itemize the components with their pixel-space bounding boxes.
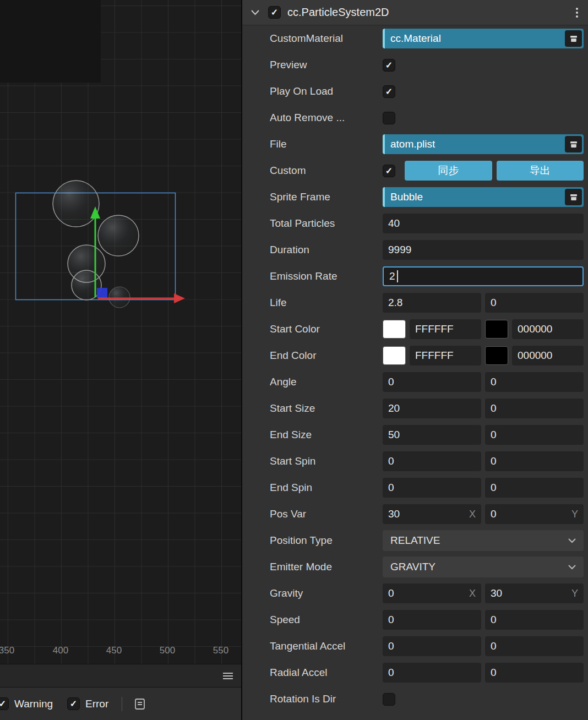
start-spin-variance-input[interactable]	[491, 455, 578, 467]
kebab-menu-icon[interactable]	[576, 8, 578, 18]
console-statusbar: ✓ Warning ✓ Error	[0, 687, 241, 720]
tangential-accel-input[interactable]	[388, 640, 476, 652]
row-duration: Duration	[242, 237, 588, 263]
bubble-sprite[interactable]	[53, 181, 99, 227]
gravity-y-input[interactable]	[491, 587, 568, 599]
field-label: Start Color	[270, 323, 383, 335]
emission-rate-input[interactable]	[389, 270, 397, 282]
emission-rate-field-focused[interactable]	[383, 266, 584, 286]
pos-var-x-input[interactable]	[388, 508, 466, 520]
ruler-label: 500	[155, 645, 179, 656]
angle-variance-input[interactable]	[491, 376, 578, 388]
custom-checkbox[interactable]: ✓	[383, 165, 395, 177]
field-label: Emission Rate	[270, 270, 383, 282]
ruler-label: 550	[209, 645, 233, 656]
radial-accel-input[interactable]	[388, 667, 476, 679]
emitter-mode-select[interactable]: GRAVITY	[383, 557, 584, 577]
tangential-accel-variance-input[interactable]	[491, 640, 578, 652]
field-label: Position Type	[270, 534, 383, 547]
start-spin-input[interactable]	[388, 455, 476, 467]
field-label: Play On Load	[270, 85, 383, 97]
start-size-variance-input[interactable]	[491, 402, 578, 414]
gizmo-plane-handle[interactable]	[97, 288, 107, 298]
field-label: End Spin	[270, 482, 383, 494]
angle-input[interactable]	[388, 376, 476, 388]
row-start-color: Start Color	[242, 316, 588, 342]
field-label: CustomMaterial	[270, 32, 383, 45]
row-life: Life	[242, 290, 588, 316]
row-auto-remove: Auto Remove ...	[242, 105, 588, 131]
field-label: Angle	[270, 376, 383, 388]
asset-picker-icon[interactable]	[565, 136, 582, 152]
log-file-icon[interactable]	[134, 698, 145, 710]
pos-var-y-input[interactable]	[491, 508, 568, 520]
warning-filter-label: Warning	[14, 698, 53, 710]
row-pos-var: Pos Var X Y	[242, 501, 588, 527]
y-axis-suffix: Y	[571, 509, 578, 520]
total-particles-input[interactable]	[388, 217, 578, 230]
start-color-hex-input[interactable]	[415, 323, 476, 335]
end-spin-input[interactable]	[388, 482, 476, 494]
chevron-down-icon[interactable]	[251, 10, 259, 15]
statusbar-divider	[122, 697, 122, 711]
auto-remove-checkbox[interactable]	[383, 112, 395, 124]
start-color-swatch[interactable]	[383, 320, 406, 339]
component-header[interactable]: ✓ cc.ParticleSystem2D	[242, 0, 588, 25]
bubble-sprite[interactable]	[72, 270, 101, 300]
field-label: File	[270, 138, 383, 150]
speed-input[interactable]	[388, 614, 476, 626]
life-variance-input[interactable]	[491, 297, 578, 309]
life-input[interactable]	[388, 297, 476, 309]
asset-picker-icon[interactable]	[565, 30, 582, 47]
asset-picker-icon[interactable]	[565, 189, 582, 205]
bubble-sprite[interactable]	[109, 287, 130, 308]
field-label: Rotation Is Dir	[270, 693, 383, 705]
preview-checkbox[interactable]: ✓	[383, 59, 395, 72]
end-size-input[interactable]	[388, 429, 476, 441]
x-axis-suffix: X	[469, 588, 476, 599]
scene-view[interactable]: 350 400 450 500 550 ✓ Warning ✓ Error	[0, 0, 241, 720]
end-color-swatch[interactable]	[383, 346, 406, 365]
ruler-label: 400	[48, 645, 73, 656]
file-asset-field[interactable]: atom.plist	[383, 134, 584, 154]
field-label: Auto Remove ...	[270, 112, 383, 124]
custom-material-asset-field[interactable]: cc.Material	[383, 29, 584, 48]
end-color-variance-swatch[interactable]	[485, 346, 508, 365]
export-button[interactable]: 导出	[497, 161, 584, 181]
row-total-particles: Total Particles	[242, 210, 588, 237]
warning-filter-checkbox[interactable]: ✓	[0, 697, 9, 710]
gizmo-x-arrow[interactable]	[174, 293, 185, 303]
field-label: Gravity	[270, 587, 383, 599]
inspector-panel: ✓ cc.ParticleSystem2D CustomMaterial cc.…	[242, 0, 588, 720]
field-label: Preview	[270, 59, 383, 71]
rotation-is-dir-checkbox[interactable]	[383, 693, 395, 706]
sprite-frame-asset-field[interactable]: Bubble	[383, 187, 584, 207]
component-enabled-checkbox[interactable]: ✓	[268, 6, 281, 19]
start-color-variance-hex-input[interactable]	[518, 323, 578, 335]
start-size-input[interactable]	[388, 402, 476, 414]
error-filter-checkbox[interactable]: ✓	[67, 697, 80, 710]
ruler-label: 450	[102, 645, 126, 656]
end-size-variance-input[interactable]	[491, 429, 578, 441]
end-color-variance-hex-input[interactable]	[518, 350, 578, 362]
radial-accel-variance-input[interactable]	[491, 667, 578, 679]
duration-input[interactable]	[388, 244, 578, 256]
sync-button[interactable]: 同步	[405, 161, 492, 181]
speed-variance-input[interactable]	[491, 614, 578, 626]
start-color-variance-swatch[interactable]	[485, 320, 508, 339]
asset-value: cc.Material	[390, 32, 565, 45]
end-color-hex-input[interactable]	[415, 350, 476, 362]
field-label: Sprite Frame	[270, 191, 383, 203]
row-start-spin: Start Spin	[242, 448, 588, 474]
row-emission-rate: Emission Rate	[242, 263, 588, 290]
hamburger-menu-icon[interactable]	[222, 672, 233, 680]
field-label: Pos Var	[270, 508, 383, 520]
gravity-x-input[interactable]	[388, 587, 466, 599]
position-type-select[interactable]: RELATIVE	[383, 530, 584, 551]
y-axis-suffix: Y	[571, 588, 578, 599]
field-label: End Color	[270, 350, 383, 362]
end-spin-variance-input[interactable]	[491, 482, 578, 494]
play-on-load-checkbox[interactable]: ✓	[383, 85, 395, 98]
row-preview: Preview ✓	[242, 52, 588, 78]
bubble-sprite[interactable]	[98, 215, 139, 256]
